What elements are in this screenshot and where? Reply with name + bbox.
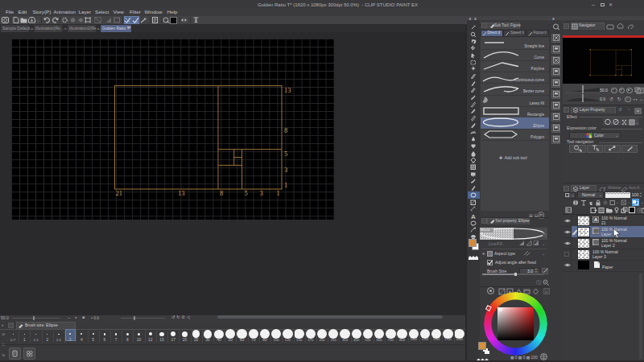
svg-text:3: 3 xyxy=(284,166,287,174)
svg-text:21: 21 xyxy=(116,189,123,197)
svg-text:13: 13 xyxy=(284,86,291,94)
svg-text:A: A xyxy=(471,213,476,220)
svg-text:1: 1 xyxy=(276,189,279,197)
svg-text:8: 8 xyxy=(220,189,223,197)
svg-text:3: 3 xyxy=(260,189,263,197)
svg-text:13: 13 xyxy=(178,189,185,197)
svg-text:8: 8 xyxy=(284,126,287,134)
svg-text:5: 5 xyxy=(245,189,248,197)
svg-text:5: 5 xyxy=(284,150,287,158)
svg-text:1: 1 xyxy=(284,181,287,189)
